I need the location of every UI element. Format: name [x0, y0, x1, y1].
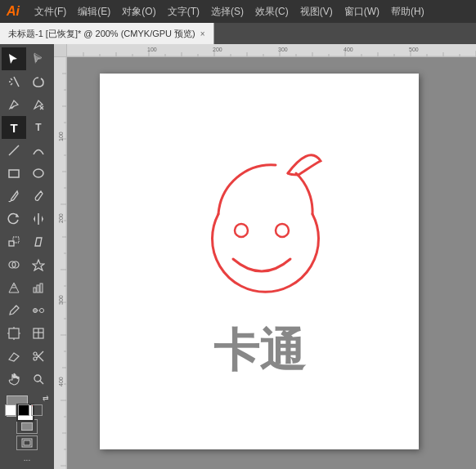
svg-text:100: 100 [147, 47, 157, 52]
rectangle-tool[interactable] [2, 162, 26, 185]
menu-bar: 文件(F) 编辑(E) 对象(O) 文字(T) 选择(S) 效果(C) 视图(V… [29, 3, 429, 20]
direct-selection-tool[interactable] [26, 47, 51, 70]
tab-close-button[interactable]: × [200, 29, 205, 38]
perspective-grid-tool[interactable] [2, 276, 26, 299]
shape-builder-tool[interactable] [2, 253, 26, 276]
vertical-type-icon: T [35, 122, 41, 133]
screen-mode-area: ... [2, 416, 52, 466]
svg-rect-19 [34, 288, 36, 293]
tool-row-1 [2, 47, 52, 70]
svg-line-22 [15, 306, 16, 307]
tool-row-10 [2, 253, 52, 276]
none-swatch[interactable] [31, 404, 43, 416]
rotate-tool[interactable] [2, 208, 26, 230]
quick-color-row [5, 404, 43, 416]
eyedropper-tool[interactable] [2, 299, 26, 322]
selection-tool[interactable] [2, 47, 26, 70]
reflect-tool[interactable] [26, 208, 51, 230]
slice-tool[interactable] [26, 322, 51, 345]
cartoon-text-label: 卡通 [213, 320, 305, 382]
ellipse-tool[interactable] [26, 162, 51, 185]
svg-point-103 [235, 224, 248, 237]
canvas-wrapper: 100 200 300 400 500 [54, 44, 476, 469]
add-anchor-tool[interactable] [26, 93, 51, 116]
svg-text:400: 400 [344, 47, 353, 52]
tool-row-12 [2, 299, 52, 322]
tool-row-7 [2, 185, 52, 208]
type-tool-icon: T [10, 121, 17, 135]
svg-line-36 [37, 355, 43, 361]
tab-label: 未标题-1 [已恢复]* @ 200% (CMYK/GPU 预览) [8, 28, 195, 40]
line-segment-tool[interactable] [2, 139, 26, 162]
hand-tool[interactable] [2, 368, 26, 391]
ruler-vertical: 100 200 300 400 [54, 57, 67, 469]
black-swatch[interactable] [18, 404, 29, 416]
menu-help[interactable]: 帮助(H) [386, 3, 429, 20]
svg-point-35 [34, 357, 37, 360]
color-swatch-area: ⇄ [2, 392, 52, 416]
tool-row-13 [2, 322, 52, 345]
menu-view[interactable]: 视图(V) [295, 3, 338, 20]
tool-row-5 [2, 139, 52, 162]
svg-line-1 [11, 78, 12, 80]
svg-text:400: 400 [58, 377, 64, 386]
lasso-tool[interactable] [26, 70, 51, 93]
tool-row-15 [2, 368, 52, 391]
menu-file[interactable]: 文件(F) [29, 3, 71, 20]
zoom-tool[interactable] [26, 368, 51, 391]
svg-rect-21 [40, 284, 43, 293]
svg-text:100: 100 [58, 132, 64, 141]
arc-tool[interactable] [26, 139, 51, 162]
eraser-tool[interactable] [2, 345, 26, 368]
ruler-row: 100 200 300 400 500 [54, 44, 476, 57]
paintbrush-tool[interactable] [2, 185, 26, 208]
more-tools-button[interactable]: ... [24, 453, 30, 462]
canvas-scroll-area[interactable]: 卡通 [67, 57, 476, 469]
blob-brush-tool[interactable] [26, 185, 51, 208]
vertical-type-tool[interactable]: T [26, 116, 51, 139]
svg-point-38 [34, 375, 41, 382]
artwork-content: 卡通 [100, 74, 419, 449]
app-logo: Ai [7, 5, 20, 18]
menu-effect[interactable]: 效果(C) [250, 3, 294, 20]
svg-point-8 [34, 169, 43, 177]
pen-tool[interactable] [2, 93, 26, 116]
document-tab[interactable]: 未标题-1 [已恢复]* @ 200% (CMYK/GPU 预览) × [0, 23, 214, 44]
svg-line-0 [14, 77, 19, 87]
svg-point-23 [34, 309, 38, 313]
tab-bar: 未标题-1 [已恢复]* @ 200% (CMYK/GPU 预览) × [0, 23, 476, 44]
menu-object[interactable]: 对象(O) [117, 3, 160, 20]
svg-line-6 [9, 145, 19, 155]
menu-window[interactable]: 窗口(W) [339, 3, 384, 20]
ruler-horizontal: 100 200 300 400 500 [67, 44, 476, 57]
scale-tool[interactable] [2, 230, 26, 253]
svg-text:200: 200 [213, 47, 222, 52]
artboard-tool[interactable] [2, 322, 26, 345]
canvas-inner: 100 200 300 400 [54, 57, 476, 469]
tool-row-11 [2, 276, 52, 299]
draw-mode-button[interactable] [16, 436, 38, 450]
blend-tool[interactable] [26, 299, 51, 322]
cartoon-face-svg [169, 141, 349, 328]
white-swatch[interactable] [5, 404, 16, 416]
swap-colors-icon[interactable]: ⇄ [43, 394, 49, 402]
svg-line-37 [37, 351, 43, 358]
scissors-tool[interactable] [26, 345, 51, 368]
title-bar: Ai 文件(F) 编辑(E) 对象(O) 文字(T) 选择(S) 效果(C) 视… [0, 0, 476, 23]
svg-point-24 [40, 309, 44, 313]
menu-edit[interactable]: 编辑(E) [73, 3, 115, 20]
shear-tool[interactable] [26, 230, 51, 253]
toolbar: T T [0, 44, 54, 469]
svg-line-39 [40, 381, 43, 384]
type-tool[interactable]: T [2, 116, 26, 139]
magic-wand-tool[interactable] [2, 70, 26, 93]
svg-point-34 [34, 352, 37, 355]
tool-row-4: T T [2, 116, 52, 139]
live-paint-tool[interactable] [26, 253, 51, 276]
menu-type[interactable]: 文字(T) [163, 3, 204, 20]
bar-graph-tool[interactable] [26, 276, 51, 299]
svg-rect-41 [24, 440, 30, 445]
menu-select[interactable]: 选择(S) [206, 3, 249, 20]
svg-rect-20 [37, 285, 39, 293]
tool-row-9 [2, 230, 52, 253]
